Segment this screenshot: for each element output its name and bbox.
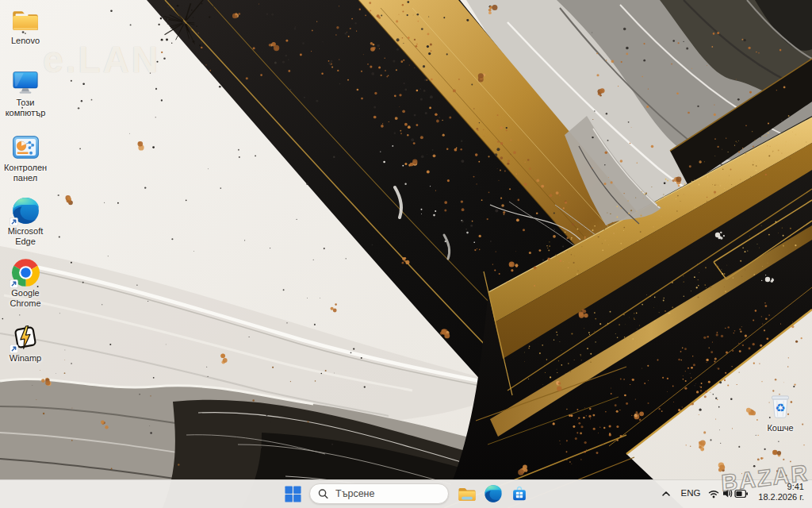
chevron-up-icon <box>661 488 672 499</box>
desktop: e.LAN Lenovo Този компютър <box>0 0 812 508</box>
tray-language-indicator[interactable]: ENG <box>677 488 704 498</box>
windows-logo-icon <box>285 486 301 502</box>
desktop-icon-label: Кошче <box>767 423 793 433</box>
wifi-icon <box>707 487 720 500</box>
desktop-icon-lenovo[interactable]: Lenovo <box>0 5 51 46</box>
taskbar-file-explorer[interactable] <box>457 483 477 504</box>
desktop-icon-this-pc[interactable]: Този компютър <box>0 67 51 118</box>
tray-battery[interactable] <box>733 487 749 500</box>
desktop-icon-chrome[interactable]: Google Chrome <box>0 257 51 309</box>
desktop-icon-label: Google Chrome <box>0 288 51 309</box>
tray-volume[interactable] <box>720 486 734 500</box>
winamp-icon <box>10 322 40 352</box>
desktop-icon-label: Microsoft Edge <box>0 226 51 247</box>
start-button[interactable] <box>282 483 303 504</box>
control-panel-icon <box>10 132 40 162</box>
taskbar-search[interactable] <box>309 483 449 504</box>
shortcut-arrow-icon <box>10 217 18 226</box>
tray-clock[interactable]: 9:41 18.2.2026 г. <box>758 482 804 502</box>
battery-icon <box>734 489 749 498</box>
search-icon <box>318 488 328 499</box>
speaker-icon <box>721 487 734 500</box>
store-icon <box>510 484 529 503</box>
tray-date: 18.2.2026 г. <box>758 492 804 502</box>
desktop-icon-edge[interactable]: Microsoft Edge <box>0 195 51 247</box>
chrome-icon <box>10 257 40 287</box>
tray-wifi[interactable] <box>707 487 721 501</box>
tray-time: 9:41 <box>758 482 804 492</box>
desktop-icon-label: Winamp <box>10 353 41 364</box>
folder-icon <box>458 485 477 502</box>
desktop-icon-label: Lenovo <box>11 36 40 46</box>
monitor-icon <box>10 67 40 97</box>
desktop-icon-recycle-bin[interactable]: ♻ Кошче <box>752 389 809 433</box>
folder-icon <box>10 5 40 35</box>
shortcut-arrow-icon <box>10 344 18 353</box>
search-input[interactable] <box>334 487 440 500</box>
taskbar-microsoft-store[interactable] <box>509 483 530 504</box>
tray-hidden-icons-chevron[interactable] <box>659 487 673 501</box>
recycle-bin-icon: ♻ <box>764 389 796 422</box>
taskbar-edge[interactable] <box>483 483 504 504</box>
edge-icon <box>484 484 503 503</box>
recycle-symbol: ♻ <box>775 402 785 414</box>
desktop-icon-control-panel[interactable]: Контролен панел <box>0 132 51 183</box>
wallpaper-art <box>0 0 812 508</box>
desktop-icon-winamp[interactable]: Winamp <box>0 322 51 364</box>
edge-icon <box>10 195 40 225</box>
desktop-icon-label: Контролен панел <box>0 163 51 183</box>
desktop-icon-label: Този компютър <box>0 98 51 118</box>
shortcut-arrow-icon <box>10 279 18 288</box>
